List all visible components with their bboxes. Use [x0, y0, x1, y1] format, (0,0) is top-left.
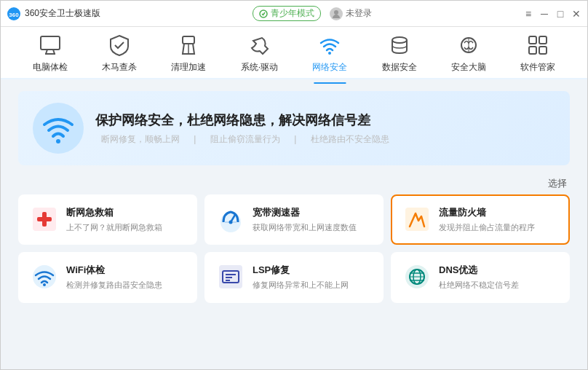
apps-icon — [525, 32, 551, 58]
nav-item-security-brain[interactable]: 安全大脑 — [442, 28, 495, 78]
feature-title-network-repair: 断网急救箱 — [66, 206, 162, 219]
nav-label-trojan-scan: 木马查杀 — [102, 61, 137, 74]
svg-rect-16 — [529, 47, 536, 54]
feature-card-traffic-firewall[interactable]: 流量防火墙 发现并阻止偷占流量的程序 — [391, 194, 570, 245]
hero-title: 保护网络安全，杜绝网络隐患，解决网络信号差 — [95, 111, 395, 129]
feature-title-traffic-firewall: 流量防火墙 — [439, 206, 535, 219]
nav-label-network-security: 网络安全 — [312, 61, 347, 74]
feature-card-network-repair[interactable]: 断网急救箱 上不了网？就用断网急救箱 — [18, 194, 197, 245]
user-avatar — [330, 7, 343, 20]
maximize-button[interactable]: □ — [555, 9, 565, 19]
hero-text: 保护网络安全，杜绝网络隐患，解决网络信号差 断网修复，顺畅上网 | 阻止偷窃流量… — [95, 111, 395, 146]
feature-desc-network-repair: 上不了网？就用断网急救箱 — [66, 222, 162, 233]
feature-info-traffic-firewall: 流量防火墙 发现并阻止偷占流量的程序 — [439, 206, 535, 233]
svg-rect-17 — [539, 47, 547, 54]
title-bar: 360 360安全卫士极速版 青少年模式 未登录 ≡ ─ □ ✕ — [1, 1, 587, 27]
nav-label-security-brain: 安全大脑 — [451, 61, 486, 74]
dns-icon — [404, 264, 430, 290]
feature-title-wifi-check: WiFi体检 — [66, 264, 162, 277]
wifi-nav-icon — [317, 32, 343, 58]
nav-item-speed-clean[interactable]: 清理加速 — [162, 28, 215, 78]
avatar-icon — [331, 9, 341, 19]
monitor-icon — [37, 32, 63, 58]
feature-info-dns-optimize: DNS优选 杜绝网络不稳定信号差 — [439, 264, 519, 291]
brain-icon — [456, 32, 482, 58]
svg-rect-21 — [37, 217, 52, 221]
svg-point-3 — [334, 10, 338, 15]
feature-card-dns-optimize[interactable]: DNS优选 杜绝网络不稳定信号差 — [391, 252, 570, 302]
lsp-icon — [218, 264, 244, 290]
nav-item-data-security[interactable]: 数据安全 — [373, 28, 426, 78]
feature-title-lsp-repair: LSP修复 — [253, 264, 349, 277]
feature-info-lsp-repair: LSP修复 修复网络异常和上不能上网 — [253, 264, 349, 291]
menu-button[interactable]: ≡ — [523, 9, 533, 19]
firewall-icon — [404, 206, 430, 232]
nav-item-network-security[interactable]: 网络安全 — [303, 28, 356, 78]
first-aid-icon — [31, 206, 57, 232]
app-title: 360安全卫士极速版 — [25, 7, 100, 20]
wrench-icon — [246, 32, 272, 58]
feature-info-wifi-check: WiFi体检 检测并修复路由器安全隐患 — [66, 264, 162, 291]
nav-label-speed-clean: 清理加速 — [171, 61, 206, 74]
feature-title-bandwidth-test: 宽带测速器 — [253, 206, 357, 219]
youth-icon — [259, 9, 268, 18]
user-login[interactable]: 未登录 — [330, 7, 372, 20]
speedometer-icon — [218, 206, 244, 232]
feature-card-bandwidth-test[interactable]: 宽带测速器 获取网络带宽和上网速度数值 — [204, 194, 384, 245]
feature-card-lsp-repair[interactable]: LSP修复 修复网络异常和上不能上网 — [204, 252, 384, 302]
feature-title-dns-optimize: DNS优选 — [439, 264, 519, 277]
broom-icon — [175, 32, 202, 58]
feature-grid: 断网急救箱 上不了网？就用断网急救箱 宽带测速器 获取网络带宽和上网速度数值 — [18, 194, 570, 303]
svg-point-28 — [43, 283, 46, 286]
hero-subtitle: 断网修复，顺畅上网 | 阻止偷窃流量行为 | 杜绝路由不安全隐患 — [95, 133, 395, 146]
select-label-row: 选择 — [18, 177, 570, 190]
svg-rect-14 — [529, 36, 536, 44]
app-logo: 360 360安全卫士极速版 — [7, 7, 100, 21]
nav-label-computer-check: 电脑体检 — [33, 61, 68, 74]
nav-item-computer-check[interactable]: 电脑体检 — [24, 28, 76, 78]
youth-mode-badge[interactable]: 青少年模式 — [253, 6, 321, 21]
main-content: 保护网络安全，杜绝网络隐患，解决网络信号差 断网修复，顺畅上网 | 阻止偷窃流量… — [1, 79, 587, 315]
svg-point-18 — [56, 139, 60, 143]
feature-info-bandwidth-test: 宽带测速器 获取网络带宽和上网速度数值 — [253, 206, 357, 233]
svg-rect-4 — [41, 36, 60, 50]
close-button[interactable]: ✕ — [571, 9, 581, 19]
svg-point-11 — [392, 37, 407, 43]
nav-item-software-manager[interactable]: 软件管家 — [512, 28, 564, 78]
nav-bar: 电脑体检 木马查杀 清理加速 系统·驱动 — [1, 27, 587, 79]
feature-info-network-repair: 断网急救箱 上不了网？就用断网急救箱 — [66, 206, 162, 233]
database-icon — [386, 32, 413, 58]
select-label: 选择 — [548, 177, 567, 190]
feature-desc-bandwidth-test: 获取网络带宽和上网速度数值 — [253, 222, 357, 233]
window-controls: ≡ ─ □ ✕ — [523, 9, 581, 19]
shield-scan-icon — [106, 32, 132, 58]
svg-rect-8 — [183, 36, 194, 44]
svg-point-10 — [328, 52, 331, 55]
nav-item-trojan-scan[interactable]: 木马查杀 — [93, 28, 146, 78]
nav-label-software-manager: 软件管家 — [520, 61, 555, 74]
svg-rect-15 — [539, 36, 547, 44]
feature-desc-lsp-repair: 修复网络异常和上不能上网 — [253, 280, 349, 291]
feature-desc-dns-optimize: 杜绝网络不稳定信号差 — [439, 280, 519, 291]
nav-label-data-security: 数据安全 — [382, 61, 417, 74]
feature-desc-traffic-firewall: 发现并阻止偷占流量的程序 — [439, 222, 535, 233]
user-status: 未登录 — [346, 7, 372, 20]
hero-banner: 保护网络安全，杜绝网络隐患，解决网络信号差 断网修复，顺畅上网 | 阻止偷窃流量… — [18, 91, 570, 165]
nav-label-system-driver: 系统·驱动 — [241, 61, 278, 74]
hero-wifi-icon — [33, 103, 84, 154]
nav-item-system-driver[interactable]: 系统·驱动 — [232, 28, 287, 78]
minimize-button[interactable]: ─ — [539, 9, 549, 19]
title-bar-center: 青少年模式 未登录 — [100, 6, 523, 21]
youth-mode-label: 青少年模式 — [271, 7, 314, 20]
wifi-check-icon — [31, 264, 57, 290]
logo-icon: 360 — [7, 7, 21, 21]
feature-card-wifi-check[interactable]: WiFi体检 检测并修复路由器安全隐患 — [18, 252, 197, 302]
feature-desc-wifi-check: 检测并修复路由器安全隐患 — [66, 280, 162, 291]
svg-text:360: 360 — [9, 12, 19, 18]
